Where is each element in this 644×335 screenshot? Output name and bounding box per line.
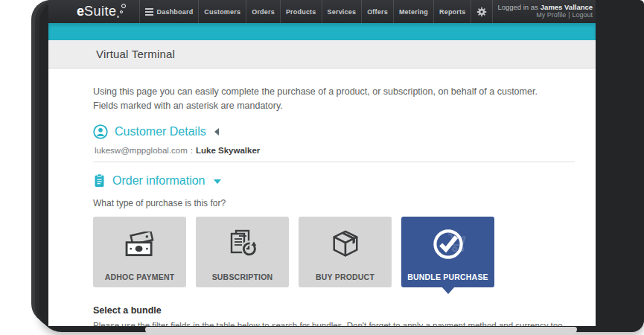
nav-item-label: Products	[286, 8, 316, 16]
nav-item-label: Offers	[367, 8, 388, 16]
invoice-refresh-icon	[196, 223, 289, 266]
customer-email: lukesw@mppglobal.com	[95, 146, 188, 155]
purchase-type-adhoc-payment[interactable]: ADHOC PAYMENT	[93, 217, 186, 287]
section-title: Customer Details	[115, 125, 206, 138]
my-profile-link[interactable]: My Profile	[536, 11, 566, 19]
section-divider	[93, 162, 575, 162]
person-circle-icon	[93, 124, 108, 139]
logo-bubbles-icon	[117, 4, 126, 20]
nav-item-label: Dashboard	[157, 8, 194, 16]
logo-text-light: Suite	[84, 4, 117, 19]
gear-icon	[476, 7, 487, 17]
main-content: Using this page you can easily complete …	[48, 68, 596, 326]
customer-name: Luke Skywalker	[196, 146, 260, 155]
nav-item-label: Services	[328, 8, 357, 16]
bundle-help-text: Please use the filter fields in the tabl…	[93, 321, 575, 326]
nav-menu: Dashboard Customers Orders Products Serv…	[139, 0, 494, 23]
page-title: Virtual Terminal	[96, 48, 175, 60]
user-name: James Vallance	[541, 3, 593, 11]
nav-item-services[interactable]: Services	[322, 0, 362, 23]
nav-item-offers[interactable]: Offers	[361, 0, 393, 23]
collapse-arrow-icon	[214, 128, 219, 135]
esuite-logo[interactable]: eSuite	[48, 0, 133, 23]
order-information-header[interactable]: Order information	[93, 173, 575, 188]
purchase-type-question: What type of purchase is this for?	[93, 198, 575, 208]
device-stand	[145, 327, 577, 335]
nav-item-orders[interactable]: Orders	[246, 0, 280, 23]
nav-item-label: Reports	[439, 8, 465, 16]
cash-icon	[93, 223, 186, 266]
section-title: Order information	[112, 174, 205, 188]
nav-item-label: Metering	[399, 8, 428, 16]
accent-bar	[48, 23, 596, 40]
nav-item-reports[interactable]: Reports	[433, 0, 471, 23]
purchase-type-bundle-purchase[interactable]: BUNDLE PURCHASE	[401, 217, 494, 287]
purchase-type-subscription[interactable]: SUBSCRIPTION	[196, 217, 289, 287]
app-window: eSuite Dashboard Customers Orders Produc…	[48, 0, 596, 326]
logo-text-bold: e	[77, 4, 84, 19]
check-circle-icon	[401, 223, 494, 266]
nav-item-settings[interactable]	[471, 0, 493, 23]
page-header: Virtual Terminal	[48, 40, 596, 68]
device-mockup: eSuite Dashboard Customers Orders Produc…	[0, 0, 644, 335]
top-nav: eSuite Dashboard Customers Orders Produc…	[48, 0, 596, 23]
logout-link[interactable]: Logout	[573, 11, 593, 19]
customer-details-header[interactable]: Customer Details	[93, 124, 575, 139]
hamburger-icon	[145, 8, 153, 16]
nav-item-products[interactable]: Products	[280, 0, 322, 23]
purchase-type-tiles: ADHOC PAYMENT	[93, 217, 575, 294]
bundle-heading: Select a bundle	[93, 305, 575, 316]
clipboard-icon	[93, 173, 106, 188]
nav-item-label: Customers	[204, 8, 240, 16]
intro-text: Using this page you can easily complete …	[93, 85, 575, 113]
logged-in-as: Logged in asJames Vallance	[497, 3, 593, 11]
logged-in-user: Logged in asJames Vallance My Profile|Lo…	[493, 0, 596, 23]
expand-arrow-icon	[214, 179, 221, 184]
nav-item-label: Orders	[252, 8, 275, 16]
customer-summary: lukesw@mppglobal.com:Luke Skywalker	[95, 146, 575, 155]
nav-item-metering[interactable]: Metering	[393, 0, 433, 23]
purchase-type-buy-product[interactable]: BUY PRODUCT	[299, 217, 392, 287]
package-icon	[299, 223, 392, 266]
nav-item-customers[interactable]: Customers	[198, 0, 246, 23]
selected-tile-pointer	[441, 287, 455, 294]
nav-item-dashboard[interactable]: Dashboard	[139, 0, 199, 23]
